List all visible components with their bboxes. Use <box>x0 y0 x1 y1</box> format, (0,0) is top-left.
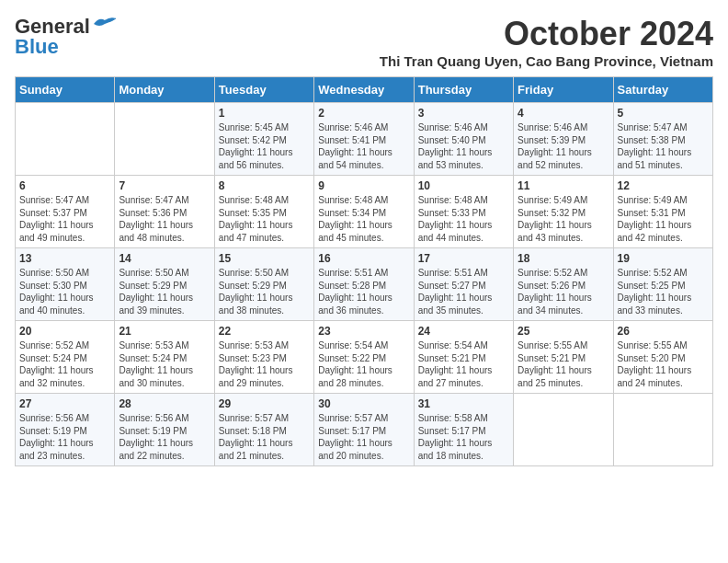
day-number: 12 <box>618 179 709 192</box>
calendar-cell: 12Sunrise: 5:49 AMSunset: 5:31 PMDayligh… <box>613 176 712 248</box>
cell-info: Daylight: 11 hours and 23 minutes. <box>19 437 110 462</box>
cell-info: Daylight: 11 hours and 54 minutes. <box>318 146 409 171</box>
day-number: 15 <box>219 252 310 265</box>
calendar-cell: 2Sunrise: 5:46 AMSunset: 5:41 PMDaylight… <box>314 103 414 176</box>
cell-info: Sunrise: 5:55 AM <box>618 339 709 352</box>
cell-info: Sunset: 5:23 PM <box>219 352 310 365</box>
calendar-cell: 6Sunrise: 5:47 AMSunset: 5:37 PMDaylight… <box>16 176 115 248</box>
cell-info: Daylight: 11 hours and 24 minutes. <box>618 364 709 389</box>
cell-info: Daylight: 11 hours and 43 minutes. <box>518 219 609 244</box>
cell-info: Daylight: 11 hours and 20 minutes. <box>318 437 409 462</box>
cell-info: Sunrise: 5:48 AM <box>318 194 409 207</box>
cell-info: Daylight: 11 hours and 21 minutes. <box>219 437 310 462</box>
cell-info: Daylight: 11 hours and 42 minutes. <box>618 219 709 244</box>
cell-info: Sunset: 5:24 PM <box>119 352 210 365</box>
day-header-sunday: Sunday <box>16 77 115 103</box>
calendar-cell: 13Sunrise: 5:50 AMSunset: 5:30 PMDayligh… <box>16 248 115 321</box>
cell-info: Sunrise: 5:56 AM <box>119 412 210 425</box>
cell-info: Sunrise: 5:55 AM <box>518 339 609 352</box>
cell-info: Sunset: 5:33 PM <box>418 207 509 220</box>
cell-info: Sunrise: 5:48 AM <box>418 194 509 207</box>
cell-info: Sunrise: 5:56 AM <box>19 412 110 425</box>
cell-info: Sunrise: 5:57 AM <box>219 412 310 425</box>
day-number: 29 <box>219 397 310 410</box>
day-number: 31 <box>418 397 509 410</box>
cell-info: Sunset: 5:36 PM <box>119 207 210 220</box>
cell-info: Daylight: 11 hours and 44 minutes. <box>418 219 509 244</box>
cell-info: Sunset: 5:40 PM <box>418 134 509 147</box>
cell-info: Sunrise: 5:58 AM <box>418 412 509 425</box>
cell-info: Daylight: 11 hours and 34 minutes. <box>518 292 609 316</box>
calendar-cell: 3Sunrise: 5:46 AMSunset: 5:40 PMDaylight… <box>414 103 513 176</box>
cell-info: Sunrise: 5:54 AM <box>418 339 509 352</box>
cell-info: Sunrise: 5:57 AM <box>318 412 409 425</box>
cell-info: Sunset: 5:35 PM <box>219 207 310 220</box>
calendar-cell: 27Sunrise: 5:56 AMSunset: 5:19 PMDayligh… <box>16 394 115 466</box>
cell-info: Sunset: 5:38 PM <box>618 134 709 147</box>
cell-info: Daylight: 11 hours and 38 minutes. <box>219 292 310 316</box>
cell-info: Daylight: 11 hours and 35 minutes. <box>418 292 509 316</box>
calendar-cell: 21Sunrise: 5:53 AMSunset: 5:24 PMDayligh… <box>115 321 214 394</box>
calendar-cell: 7Sunrise: 5:47 AMSunset: 5:36 PMDaylight… <box>115 176 214 248</box>
calendar-cell: 31Sunrise: 5:58 AMSunset: 5:17 PMDayligh… <box>414 394 513 466</box>
cell-info: Sunrise: 5:47 AM <box>618 121 709 134</box>
cell-info: Sunset: 5:41 PM <box>318 134 409 147</box>
day-number: 26 <box>618 325 709 338</box>
logo-blue: Blue <box>15 35 59 59</box>
cell-info: Sunset: 5:31 PM <box>618 207 709 220</box>
title-block: October 2024 Thi Tran Quang Uyen, Cao Ba… <box>380 15 713 69</box>
cell-info: Sunset: 5:21 PM <box>418 352 509 365</box>
calendar-header-row: SundayMondayTuesdayWednesdayThursdayFrid… <box>16 77 713 103</box>
cell-info: Sunset: 5:17 PM <box>418 425 509 438</box>
calendar-cell: 24Sunrise: 5:54 AMSunset: 5:21 PMDayligh… <box>414 321 513 394</box>
cell-info: Sunset: 5:27 PM <box>418 280 509 293</box>
cell-info: Daylight: 11 hours and 27 minutes. <box>418 364 509 389</box>
cell-info: Daylight: 11 hours and 32 minutes. <box>19 364 110 389</box>
day-number: 7 <box>119 179 210 192</box>
day-number: 1 <box>219 107 310 120</box>
cell-info: Sunrise: 5:50 AM <box>119 267 210 280</box>
cell-info: Daylight: 11 hours and 52 minutes. <box>518 146 609 171</box>
cell-info: Sunset: 5:32 PM <box>518 207 609 220</box>
cell-info: Sunrise: 5:47 AM <box>119 194 210 207</box>
cell-info: Sunset: 5:20 PM <box>618 352 709 365</box>
day-number: 5 <box>618 107 709 120</box>
cell-info: Sunset: 5:19 PM <box>119 425 210 438</box>
day-header-saturday: Saturday <box>613 77 712 103</box>
calendar-cell: 25Sunrise: 5:55 AMSunset: 5:21 PMDayligh… <box>514 321 613 394</box>
day-number: 11 <box>518 179 609 192</box>
cell-info: Daylight: 11 hours and 40 minutes. <box>19 292 110 316</box>
day-number: 28 <box>119 397 210 410</box>
cell-info: Sunrise: 5:46 AM <box>318 121 409 134</box>
day-header-friday: Friday <box>514 77 613 103</box>
calendar-cell: 29Sunrise: 5:57 AMSunset: 5:18 PMDayligh… <box>214 394 313 466</box>
calendar-week-5: 27Sunrise: 5:56 AMSunset: 5:19 PMDayligh… <box>16 394 713 466</box>
cell-info: Sunset: 5:28 PM <box>318 280 409 293</box>
cell-info: Sunrise: 5:49 AM <box>618 194 709 207</box>
calendar-cell: 15Sunrise: 5:50 AMSunset: 5:29 PMDayligh… <box>214 248 313 321</box>
day-number: 8 <box>219 179 310 192</box>
cell-info: Daylight: 11 hours and 36 minutes. <box>318 292 409 316</box>
cell-info: Daylight: 11 hours and 30 minutes. <box>119 364 210 389</box>
cell-info: Sunset: 5:22 PM <box>318 352 409 365</box>
day-number: 13 <box>19 252 110 265</box>
cell-info: Sunset: 5:42 PM <box>219 134 310 147</box>
day-number: 17 <box>418 252 509 265</box>
logo: General Blue <box>15 15 118 59</box>
calendar-cell <box>115 103 214 176</box>
cell-info: Sunset: 5:30 PM <box>19 280 110 293</box>
day-number: 30 <box>318 397 409 410</box>
cell-info: Daylight: 11 hours and 51 minutes. <box>618 146 709 171</box>
cell-info: Sunset: 5:26 PM <box>518 280 609 293</box>
cell-info: Sunrise: 5:50 AM <box>19 267 110 280</box>
cell-info: Sunrise: 5:45 AM <box>219 121 310 134</box>
calendar-cell: 18Sunrise: 5:52 AMSunset: 5:26 PMDayligh… <box>514 248 613 321</box>
calendar-cell <box>514 394 613 466</box>
cell-info: Daylight: 11 hours and 48 minutes. <box>119 219 210 244</box>
cell-info: Sunrise: 5:53 AM <box>219 339 310 352</box>
day-number: 25 <box>518 325 609 338</box>
cell-info: Daylight: 11 hours and 18 minutes. <box>418 437 509 462</box>
calendar-week-4: 20Sunrise: 5:52 AMSunset: 5:24 PMDayligh… <box>16 321 713 394</box>
day-number: 24 <box>418 325 509 338</box>
day-number: 2 <box>318 107 409 120</box>
